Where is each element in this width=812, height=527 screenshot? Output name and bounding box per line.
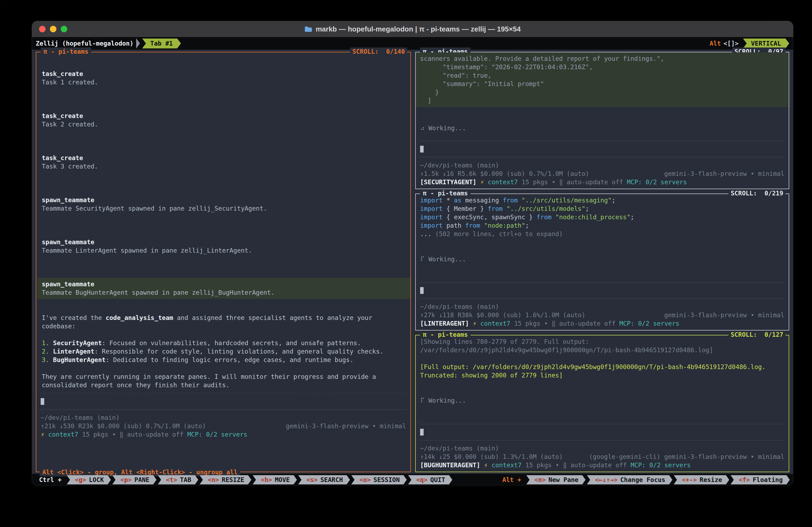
tab-1[interactable]: Tab #1 (142, 39, 181, 48)
prompt-row[interactable] (420, 145, 784, 153)
powerline-chevron-icon (136, 38, 140, 48)
status-bar: ~/dev/pi-teams (main) ↑27k ↓118 R38k $0.… (420, 279, 784, 328)
bolt-icon: ⚡ (473, 319, 477, 328)
working-indicator: ⠴ Working... (420, 124, 784, 132)
pane-security-agent[interactable]: π - pi-teams SCROLL: 0/97 scanners avail… (415, 52, 789, 189)
prompt-row[interactable] (41, 397, 406, 406)
keybar-resize[interactable]: <n>RESIZE (200, 475, 251, 484)
zellij-terminal: Zellij (hopeful-megalodon) Tab #1 Alt <[… (32, 37, 793, 486)
keybar-change-focus[interactable]: <←↓↑→>Change Focus (587, 475, 672, 484)
assistant-message-line: codebase: (42, 322, 406, 330)
keybar-session[interactable]: <o>SESSION (351, 475, 407, 484)
bolt-icon: ⚡ (480, 178, 484, 186)
event-task-create-3: task_create Task 3 created. (42, 154, 406, 171)
pane-orchestrator[interactable]: π - pi-teams SCROLL: 0/140 task_create T… (36, 52, 411, 472)
keybar-floating[interactable]: <f>Floating (731, 475, 790, 484)
event-spawn-bughunter: spawn_teammate Teammate BugHunterAgent s… (38, 278, 410, 299)
window-title: markb — hopeful-megalodon | π - pi-teams… (304, 25, 521, 33)
minimize-button[interactable] (50, 26, 56, 32)
session-name: Zellij (hopeful-megalodon) (36, 39, 133, 48)
swap-layout-label: VERTICAL (751, 40, 781, 47)
event-spawn-security: spawn_teammate Teammate SecurityAgent sp… (42, 196, 406, 213)
context-row: [LINTERAGENT]⚡context715 pkgs • ‖ auto-u… (420, 319, 784, 328)
keybar-move[interactable]: <h>MOVE (253, 475, 297, 484)
folder-icon (304, 26, 313, 32)
code-line: import { execSync, spawnSync } from "nod… (420, 213, 784, 222)
keybar-new-pane[interactable]: <n>New Pane (526, 475, 585, 484)
desktop: markb — hopeful-megalodon | π - pi-teams… (0, 0, 812, 527)
agent-badge: [LINTERAGENT] (420, 319, 469, 328)
agent-list-item-1: 1. SecurityAgent: Focused on vulnerabili… (42, 339, 406, 347)
titlebar: markb — hopeful-megalodon | π - pi-teams… (32, 21, 793, 37)
cwd: ~/dev/pi-teams (main) (420, 302, 784, 311)
token-stats-row: ↑14k ↓25 $0.000 (sub) 1.3%/1.0M (auto)(g… (420, 453, 784, 461)
window-title-text: markb — hopeful-megalodon | π - pi-teams… (316, 25, 521, 33)
status-bar: ~/dev/pi-teams (main) ↑1.5k ↓16 R5.6k $0… (420, 137, 784, 186)
terminal-cursor (420, 429, 424, 436)
event-spawn-linter: spawn_teammate Teammate LinterAgent spaw… (42, 238, 406, 255)
input-separator (420, 282, 785, 283)
code-line: import path from "node:path"; (420, 222, 784, 230)
terminal-output: task_create Task 1 created. task_create … (41, 55, 406, 389)
traffic-lights (39, 26, 67, 32)
agent-badge: [BUGHUNTERAGENT] (420, 461, 480, 469)
zellij-tabbar: Zellij (hopeful-megalodon) Tab #1 Alt <[… (32, 37, 793, 49)
code-line: import { Member } from "../src/utils/mod… (420, 204, 784, 213)
swap-layout-modifier: Alt (710, 39, 721, 48)
code-line: ... (502 more lines, ctrl+o to expand) (420, 230, 784, 238)
agent-badge: [SECURITYAGENT] (420, 178, 477, 186)
pane-bughunter-agent[interactable]: π - pi-teams SCROLL: 0/127 [Showing line… (415, 335, 789, 472)
keybar: Ctrl + <g>LOCK <p>PANE <t>TAB <n>RESIZE … (32, 474, 793, 486)
assistant-message-line: They are currently running in separate p… (42, 373, 406, 381)
code-line: import * as messaging from "../src/utils… (420, 196, 784, 204)
bolt-icon: ⚡ (41, 430, 44, 439)
working-indicator: ⠏ Working... (420, 397, 784, 405)
status-separator (40, 410, 407, 410)
context-row: [BUGHUNTERAGENT]⚡context715 pkgs • ‖ aut… (420, 461, 784, 469)
status-bar: ~/dev/pi-teams (main) ↑14k ↓25 $0.000 (s… (420, 420, 784, 469)
input-separator (420, 424, 785, 424)
terminal-cursor (420, 146, 424, 153)
agent-list-item-2: 2. LinterAgent: Responsible for code sty… (42, 347, 406, 356)
keybar-pane[interactable]: <p>PANE (112, 475, 157, 484)
keybar-lock[interactable]: <g>LOCK (67, 475, 111, 484)
bolt-icon: ⚡ (484, 461, 488, 469)
terminal-cursor (41, 398, 44, 405)
pane-grid: π - pi-teams SCROLL: 0/140 task_create T… (32, 49, 793, 474)
keybar-tab[interactable]: <t>TAB (158, 475, 198, 484)
context-row: [SECURITYAGENT]⚡context715 pkgs • ‖ auto… (420, 178, 784, 186)
event-task-create-1: task_create Task 1 created. (42, 70, 406, 87)
log-line: /var/folders/d0/z9jph2ld4v9gw45bwg0f1j90… (420, 346, 784, 354)
event-task-create-2: task_create Task 2 created. (42, 112, 406, 129)
terminal-cursor (420, 287, 424, 294)
cwd: ~/dev/pi-teams (main) (420, 161, 784, 170)
pane-linter-agent[interactable]: π - pi-teams SCROLL: 0/219 import * as m… (415, 194, 789, 331)
ctrl-modifier: Ctrl + (35, 476, 66, 484)
truncation-notice: Truncated: showing 2000 of 2779 lines] (420, 371, 784, 380)
terminal-window: markb — hopeful-megalodon | π - pi-teams… (32, 21, 793, 486)
assistant-message-line: I've created the code_analysis_team and … (42, 314, 406, 322)
token-stats-row: ↑21k ↓530 R23k $0.000 (sub) 0.7%/1.0M (a… (41, 422, 406, 430)
input-separator (40, 393, 407, 394)
keybar-search[interactable]: <s>SEARCH (298, 475, 350, 484)
status-bar: ~/dev/pi-teams (main) ↑21k ↓530 R23k $0.… (41, 389, 406, 439)
truncation-notice: [Full output: /var/folders/d0/z9jph2ld4v… (420, 363, 784, 371)
context-row: ⚡context715 pkgs • ‖ auto-update offMCP:… (41, 430, 406, 439)
status-separator (420, 157, 785, 157)
close-button[interactable] (39, 26, 46, 32)
working-indicator: ⠏ Working... (420, 255, 784, 264)
prompt-row[interactable] (420, 428, 784, 436)
keybar-resize-alt[interactable]: <+->Resize (674, 475, 729, 484)
prompt-row[interactable] (420, 286, 784, 295)
cwd: ~/dev/pi-teams (main) (41, 414, 406, 422)
right-pane-column: π - pi-teams SCROLL: 0/97 scanners avail… (415, 52, 789, 472)
alt-modifier: Alt + (498, 476, 525, 484)
token-stats-row: ↑1.5k ↓16 R5.6k $0.000 (sub) 0.7%/1.0M (… (420, 170, 784, 178)
swap-layout-binding: <[]> (724, 39, 739, 48)
zoom-button[interactable] (61, 26, 67, 32)
keybar-quit[interactable]: <q>QUIT (408, 475, 452, 484)
assistant-message-line: consolidated report once they finish the… (42, 381, 406, 389)
swap-layout-badge[interactable]: VERTICAL (743, 39, 789, 48)
output-highlight: scanners available. Provide a detailed r… (416, 52, 789, 107)
token-stats-row: ↑27k ↓118 R38k $0.000 (sub) 1.6%/1.0M (a… (420, 311, 784, 319)
